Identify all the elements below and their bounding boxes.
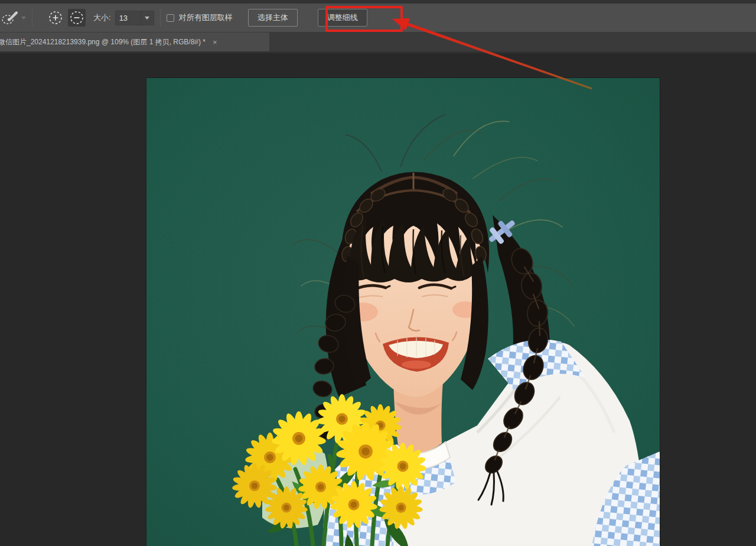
tab-close-button[interactable]: × [213,38,217,47]
sample-all-layers-option[interactable]: 对所有图层取样 [167,12,233,23]
toolbar-divider [32,9,32,27]
toolbar-divider [160,9,161,27]
subtract-selection-button[interactable] [68,9,86,27]
brush-size-group: 大小: [93,11,154,25]
options-toolbar: 大小: 对所有图层取样 选择主体 调整细线 [0,4,756,32]
subtract-selection-icon [70,11,84,25]
add-selection-icon [48,11,63,25]
brush-size-input[interactable] [116,11,141,25]
document-tab[interactable]: 微信图片_20241218213939.png @ 109% (图层 1 拷贝,… [0,32,269,51]
brush-size-label: 大小: [93,12,111,23]
chevron-down-icon [145,17,149,20]
canvas-photo[interactable] [146,78,660,546]
document-tab-bar: 微信图片_20241218213939.png @ 109% (图层 1 拷贝,… [0,32,756,53]
tool-preset-picker[interactable] [1,9,26,26]
photo-girl-with-flowers [146,78,660,546]
photoshop-window: 大小: 对所有图层取样 选择主体 调整细线 微信图片_2024121821393… [0,0,756,546]
refine-hair-button[interactable]: 调整细线 [318,9,367,27]
select-subject-button[interactable]: 选择主体 [248,9,298,27]
brush-size-dropdown-button[interactable] [141,11,154,25]
quick-selection-tool-icon [1,9,19,26]
new-selection-button[interactable] [47,9,64,27]
tool-preset-chevron-icon [21,17,26,20]
document-tab-title: 微信图片_20241218213939.png @ 109% (图层 1 拷贝,… [0,37,206,47]
sample-all-layers-checkbox[interactable] [167,14,174,22]
sample-all-layers-label: 对所有图层取样 [179,12,233,23]
